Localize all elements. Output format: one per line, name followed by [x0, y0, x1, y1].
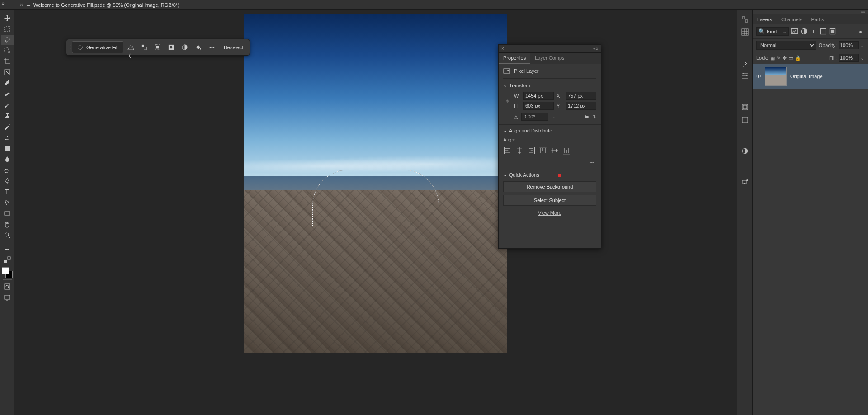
- swap-colors-icon[interactable]: [1, 255, 14, 265]
- document-tab[interactable]: × ☁ Welcome to Generative Fill.psdc @ 50…: [17, 0, 182, 9]
- move-tool[interactable]: [1, 13, 14, 23]
- lock-transparency-icon[interactable]: ▦: [770, 55, 775, 61]
- opacity-chevron-icon[interactable]: ⌄: [860, 42, 864, 48]
- libraries-panel-icon[interactable]: [741, 103, 749, 112]
- tab-properties[interactable]: Properties: [499, 53, 530, 64]
- height-input[interactable]: [523, 102, 554, 110]
- more-options-icon[interactable]: •••: [206, 42, 218, 53]
- lock-all-icon[interactable]: 🔒: [795, 55, 801, 61]
- dodge-tool[interactable]: [1, 165, 14, 175]
- remove-background-button[interactable]: Remove Background: [503, 181, 596, 192]
- adjustments-panel-icon[interactable]: [741, 147, 749, 156]
- swatches-panel-icon[interactable]: [741, 28, 749, 37]
- blend-mode-select[interactable]: Normal: [756, 41, 816, 50]
- close-panel-icon[interactable]: ×: [501, 46, 504, 51]
- panel-menu-icon[interactable]: ≡: [591, 53, 601, 64]
- angle-input[interactable]: [521, 113, 548, 121]
- tab-layers[interactable]: Layers: [753, 14, 777, 24]
- fill-selection-icon[interactable]: [192, 42, 205, 53]
- healing-brush-tool[interactable]: [1, 89, 14, 99]
- hand-tool[interactable]: [1, 219, 14, 229]
- history-panel-icon[interactable]: [741, 116, 749, 125]
- fill-input[interactable]: [839, 54, 859, 62]
- rectangle-tool[interactable]: [1, 208, 14, 218]
- width-input[interactable]: [523, 92, 554, 100]
- brushes-panel-icon[interactable]: [741, 59, 749, 68]
- eraser-tool[interactable]: [1, 132, 14, 142]
- deselect-button[interactable]: Deselect: [219, 45, 248, 50]
- pen-tool[interactable]: [1, 176, 14, 186]
- layer-filter-kind[interactable]: 🔍 Kind ⌄: [756, 27, 789, 36]
- modify-selection-icon[interactable]: [138, 42, 151, 53]
- link-dimensions-icon[interactable]: ⎆: [503, 98, 511, 104]
- filter-smart-icon[interactable]: [829, 28, 836, 35]
- blur-tool[interactable]: [1, 154, 14, 164]
- document-canvas[interactable]: [244, 14, 507, 353]
- color-swatch[interactable]: [2, 267, 13, 278]
- align-hcenter-icon[interactable]: [515, 146, 524, 155]
- eyedropper-tool[interactable]: [1, 78, 14, 88]
- tab-paths[interactable]: Paths: [807, 14, 829, 24]
- filter-adjustment-icon[interactable]: [800, 28, 808, 35]
- filter-toggle-icon[interactable]: ●: [857, 28, 864, 35]
- fill-chevron-icon[interactable]: ⌄: [860, 55, 864, 61]
- y-input[interactable]: [566, 102, 596, 110]
- visibility-icon[interactable]: 👁: [756, 74, 761, 79]
- history-brush-tool[interactable]: [1, 122, 14, 132]
- drag-handle-icon[interactable]: ⋮: [68, 42, 71, 53]
- flip-horizontal-icon[interactable]: ⇋: [585, 114, 589, 120]
- opacity-input[interactable]: [839, 41, 859, 49]
- collapse-chevrons-icon[interactable]: ««: [753, 10, 868, 14]
- align-right-icon[interactable]: [527, 146, 536, 155]
- brush-tool[interactable]: [1, 100, 14, 110]
- align-vcenter-icon[interactable]: [550, 146, 559, 155]
- layer-row[interactable]: 👁 Original Image: [753, 64, 868, 89]
- lock-position-icon[interactable]: ✥: [783, 55, 787, 61]
- zoom-tool[interactable]: [1, 230, 14, 240]
- contextual-task-bar[interactable]: ⋮ Generative Fill ••• Deselect: [66, 39, 250, 56]
- collapse-panel-icon[interactable]: ««: [593, 46, 598, 51]
- align-more-icon[interactable]: •••: [503, 159, 596, 166]
- clone-source-icon[interactable]: [741, 72, 749, 81]
- tab-channels[interactable]: Channels: [777, 14, 807, 24]
- lasso-tool[interactable]: [1, 35, 14, 45]
- lock-pixels-icon[interactable]: ✎: [777, 55, 781, 61]
- frame-tool[interactable]: [1, 67, 14, 77]
- type-tool[interactable]: T: [1, 187, 14, 197]
- generative-fill-button[interactable]: Generative Fill: [72, 41, 123, 53]
- flip-vertical-icon[interactable]: ⥮: [592, 114, 596, 120]
- quick-mask-icon[interactable]: [1, 282, 14, 292]
- align-bottom-icon[interactable]: [562, 146, 571, 155]
- object-selection-tool[interactable]: [1, 46, 14, 56]
- expand-chevrons-icon[interactable]: »: [2, 1, 5, 6]
- clone-stamp-tool[interactable]: [1, 111, 14, 121]
- comments-panel-icon[interactable]: [741, 178, 749, 187]
- color-panel-icon[interactable]: [741, 15, 749, 24]
- x-input[interactable]: [566, 92, 596, 100]
- angle-dropdown-icon[interactable]: ⌄: [552, 114, 556, 120]
- chevron-down-icon[interactable]: ⌄: [783, 28, 787, 34]
- filter-type-icon[interactable]: T: [810, 28, 817, 35]
- adjustment-layer-icon[interactable]: [179, 42, 191, 53]
- tab-layer-comps[interactable]: Layer Comps: [530, 53, 569, 64]
- align-section-header[interactable]: Align and Distribute: [503, 127, 596, 133]
- invert-selection-icon[interactable]: [151, 42, 164, 53]
- screen-mode-icon[interactable]: [1, 292, 14, 302]
- view-more-link[interactable]: View More: [503, 208, 596, 217]
- mask-icon[interactable]: [165, 42, 178, 53]
- filter-shape-icon[interactable]: [819, 28, 827, 35]
- edit-toolbar[interactable]: •••: [1, 244, 14, 254]
- quick-actions-section-header[interactable]: Quick Actions: [503, 172, 596, 178]
- crop-tool[interactable]: [1, 57, 14, 66]
- select-subject-button[interactable]: Select Subject: [503, 195, 596, 206]
- align-left-icon[interactable]: [503, 146, 512, 155]
- marquee-tool[interactable]: [1, 24, 14, 34]
- close-tab-icon[interactable]: ×: [20, 2, 23, 8]
- transform-section-header[interactable]: Transform: [503, 82, 596, 88]
- layer-thumbnail[interactable]: [765, 67, 787, 86]
- select-subject-icon[interactable]: [124, 42, 137, 53]
- layer-name[interactable]: Original Image: [790, 74, 823, 79]
- lock-artboard-icon[interactable]: ▭: [788, 55, 793, 61]
- path-selection-tool[interactable]: [1, 198, 14, 208]
- filter-pixel-icon[interactable]: [791, 28, 798, 35]
